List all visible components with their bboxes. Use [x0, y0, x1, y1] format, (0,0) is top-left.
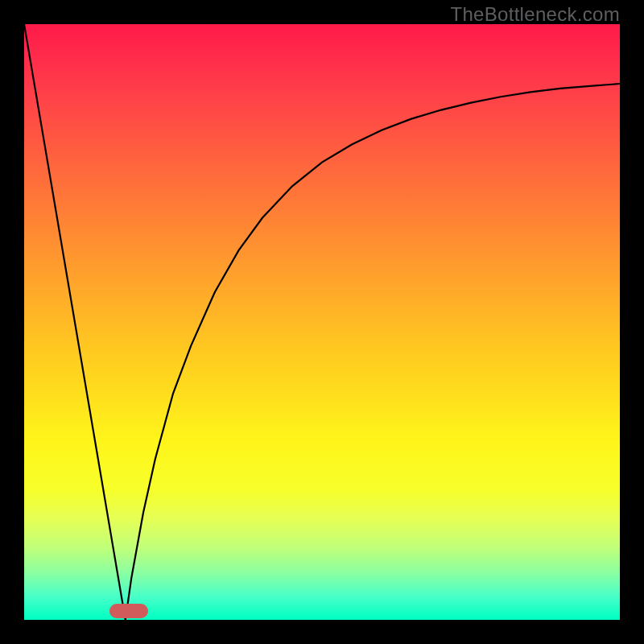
chart-frame: TheBottleneck.com — [0, 0, 644, 644]
plot-area — [24, 24, 620, 620]
right-curve-path — [126, 84, 620, 620]
left-line-path — [24, 24, 126, 620]
watermark-text: TheBottleneck.com — [450, 3, 620, 26]
highlight-bar — [109, 604, 148, 618]
curve-layer — [24, 24, 620, 620]
